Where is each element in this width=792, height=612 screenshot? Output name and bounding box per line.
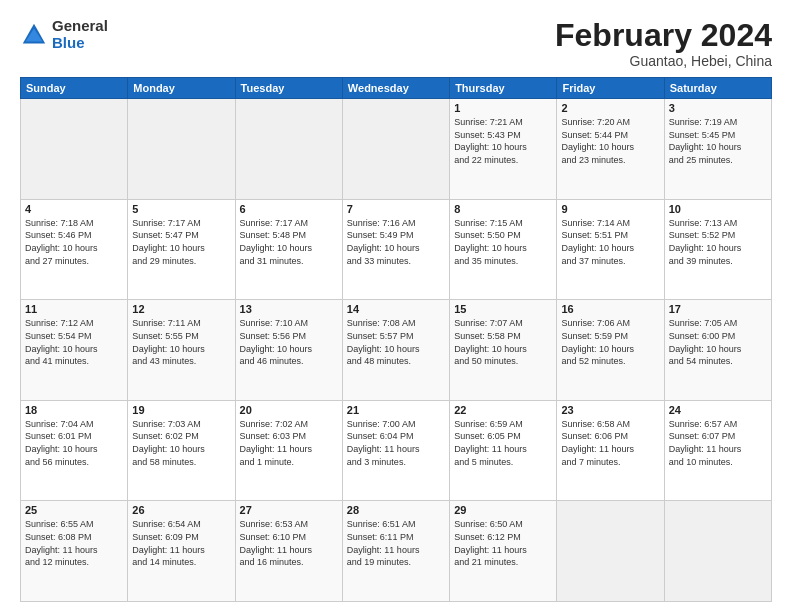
calendar-cell: 3Sunrise: 7:19 AM Sunset: 5:45 PM Daylig… [664,99,771,200]
calendar-cell: 20Sunrise: 7:02 AM Sunset: 6:03 PM Dayli… [235,400,342,501]
calendar-week-row-3: 18Sunrise: 7:04 AM Sunset: 6:01 PM Dayli… [21,400,772,501]
day-info: Sunrise: 7:21 AM Sunset: 5:43 PM Dayligh… [454,116,552,166]
day-number: 20 [240,404,338,416]
calendar-cell: 2Sunrise: 7:20 AM Sunset: 5:44 PM Daylig… [557,99,664,200]
day-info: Sunrise: 7:10 AM Sunset: 5:56 PM Dayligh… [240,317,338,367]
day-info: Sunrise: 7:00 AM Sunset: 6:04 PM Dayligh… [347,418,445,468]
logo-blue: Blue [52,35,108,52]
day-info: Sunrise: 7:17 AM Sunset: 5:48 PM Dayligh… [240,217,338,267]
day-info: Sunrise: 7:20 AM Sunset: 5:44 PM Dayligh… [561,116,659,166]
calendar-week-row-0: 1Sunrise: 7:21 AM Sunset: 5:43 PM Daylig… [21,99,772,200]
calendar-cell: 27Sunrise: 6:53 AM Sunset: 6:10 PM Dayli… [235,501,342,602]
day-number: 15 [454,303,552,315]
day-number: 27 [240,504,338,516]
day-number: 19 [132,404,230,416]
day-info: Sunrise: 6:59 AM Sunset: 6:05 PM Dayligh… [454,418,552,468]
col-monday: Monday [128,78,235,99]
day-number: 11 [25,303,123,315]
calendar-cell: 21Sunrise: 7:00 AM Sunset: 6:04 PM Dayli… [342,400,449,501]
day-info: Sunrise: 7:11 AM Sunset: 5:55 PM Dayligh… [132,317,230,367]
calendar-cell: 11Sunrise: 7:12 AM Sunset: 5:54 PM Dayli… [21,300,128,401]
day-number: 23 [561,404,659,416]
calendar-week-row-4: 25Sunrise: 6:55 AM Sunset: 6:08 PM Dayli… [21,501,772,602]
day-number: 10 [669,203,767,215]
day-info: Sunrise: 7:08 AM Sunset: 5:57 PM Dayligh… [347,317,445,367]
day-info: Sunrise: 7:07 AM Sunset: 5:58 PM Dayligh… [454,317,552,367]
col-saturday: Saturday [664,78,771,99]
calendar-cell: 4Sunrise: 7:18 AM Sunset: 5:46 PM Daylig… [21,199,128,300]
calendar-cell: 10Sunrise: 7:13 AM Sunset: 5:52 PM Dayli… [664,199,771,300]
day-number: 4 [25,203,123,215]
day-number: 7 [347,203,445,215]
calendar-cell [235,99,342,200]
col-thursday: Thursday [450,78,557,99]
day-number: 29 [454,504,552,516]
day-info: Sunrise: 7:06 AM Sunset: 5:59 PM Dayligh… [561,317,659,367]
header: General Blue February 2024 Guantao, Hebe… [20,18,772,69]
day-info: Sunrise: 7:15 AM Sunset: 5:50 PM Dayligh… [454,217,552,267]
calendar-cell: 6Sunrise: 7:17 AM Sunset: 5:48 PM Daylig… [235,199,342,300]
col-sunday: Sunday [21,78,128,99]
day-info: Sunrise: 7:04 AM Sunset: 6:01 PM Dayligh… [25,418,123,468]
day-info: Sunrise: 7:05 AM Sunset: 6:00 PM Dayligh… [669,317,767,367]
day-info: Sunrise: 7:14 AM Sunset: 5:51 PM Dayligh… [561,217,659,267]
calendar-cell: 9Sunrise: 7:14 AM Sunset: 5:51 PM Daylig… [557,199,664,300]
calendar-cell: 26Sunrise: 6:54 AM Sunset: 6:09 PM Dayli… [128,501,235,602]
calendar-cell: 15Sunrise: 7:07 AM Sunset: 5:58 PM Dayli… [450,300,557,401]
day-number: 9 [561,203,659,215]
calendar-cell: 22Sunrise: 6:59 AM Sunset: 6:05 PM Dayli… [450,400,557,501]
day-info: Sunrise: 7:16 AM Sunset: 5:49 PM Dayligh… [347,217,445,267]
calendar-cell: 16Sunrise: 7:06 AM Sunset: 5:59 PM Dayli… [557,300,664,401]
day-number: 21 [347,404,445,416]
day-info: Sunrise: 6:53 AM Sunset: 6:10 PM Dayligh… [240,518,338,568]
day-number: 25 [25,504,123,516]
day-number: 16 [561,303,659,315]
day-number: 3 [669,102,767,114]
calendar-cell: 18Sunrise: 7:04 AM Sunset: 6:01 PM Dayli… [21,400,128,501]
day-number: 8 [454,203,552,215]
calendar-cell [21,99,128,200]
day-number: 1 [454,102,552,114]
logo-text: General Blue [52,18,108,51]
calendar-table: Sunday Monday Tuesday Wednesday Thursday… [20,77,772,602]
day-info: Sunrise: 6:58 AM Sunset: 6:06 PM Dayligh… [561,418,659,468]
logo: General Blue [20,18,108,51]
page: General Blue February 2024 Guantao, Hebe… [0,0,792,612]
day-number: 22 [454,404,552,416]
calendar-cell: 8Sunrise: 7:15 AM Sunset: 5:50 PM Daylig… [450,199,557,300]
day-info: Sunrise: 7:12 AM Sunset: 5:54 PM Dayligh… [25,317,123,367]
day-info: Sunrise: 7:02 AM Sunset: 6:03 PM Dayligh… [240,418,338,468]
logo-icon [20,21,48,49]
calendar-cell: 5Sunrise: 7:17 AM Sunset: 5:47 PM Daylig… [128,199,235,300]
calendar-cell: 29Sunrise: 6:50 AM Sunset: 6:12 PM Dayli… [450,501,557,602]
calendar-cell: 12Sunrise: 7:11 AM Sunset: 5:55 PM Dayli… [128,300,235,401]
calendar-cell: 19Sunrise: 7:03 AM Sunset: 6:02 PM Dayli… [128,400,235,501]
calendar-cell: 23Sunrise: 6:58 AM Sunset: 6:06 PM Dayli… [557,400,664,501]
calendar-cell: 13Sunrise: 7:10 AM Sunset: 5:56 PM Dayli… [235,300,342,401]
calendar-cell: 14Sunrise: 7:08 AM Sunset: 5:57 PM Dayli… [342,300,449,401]
day-info: Sunrise: 7:03 AM Sunset: 6:02 PM Dayligh… [132,418,230,468]
calendar-cell: 28Sunrise: 6:51 AM Sunset: 6:11 PM Dayli… [342,501,449,602]
day-info: Sunrise: 6:57 AM Sunset: 6:07 PM Dayligh… [669,418,767,468]
day-info: Sunrise: 6:51 AM Sunset: 6:11 PM Dayligh… [347,518,445,568]
logo-general: General [52,18,108,35]
calendar-week-row-1: 4Sunrise: 7:18 AM Sunset: 5:46 PM Daylig… [21,199,772,300]
day-info: Sunrise: 7:19 AM Sunset: 5:45 PM Dayligh… [669,116,767,166]
main-title: February 2024 [555,18,772,53]
day-number: 6 [240,203,338,215]
calendar-cell: 1Sunrise: 7:21 AM Sunset: 5:43 PM Daylig… [450,99,557,200]
day-number: 5 [132,203,230,215]
day-info: Sunrise: 6:50 AM Sunset: 6:12 PM Dayligh… [454,518,552,568]
calendar-cell: 7Sunrise: 7:16 AM Sunset: 5:49 PM Daylig… [342,199,449,300]
calendar-cell [557,501,664,602]
day-number: 2 [561,102,659,114]
col-friday: Friday [557,78,664,99]
subtitle: Guantao, Hebei, China [555,53,772,69]
day-number: 13 [240,303,338,315]
calendar-week-row-2: 11Sunrise: 7:12 AM Sunset: 5:54 PM Dayli… [21,300,772,401]
day-info: Sunrise: 6:55 AM Sunset: 6:08 PM Dayligh… [25,518,123,568]
day-number: 18 [25,404,123,416]
day-number: 28 [347,504,445,516]
day-info: Sunrise: 7:18 AM Sunset: 5:46 PM Dayligh… [25,217,123,267]
calendar-cell [128,99,235,200]
